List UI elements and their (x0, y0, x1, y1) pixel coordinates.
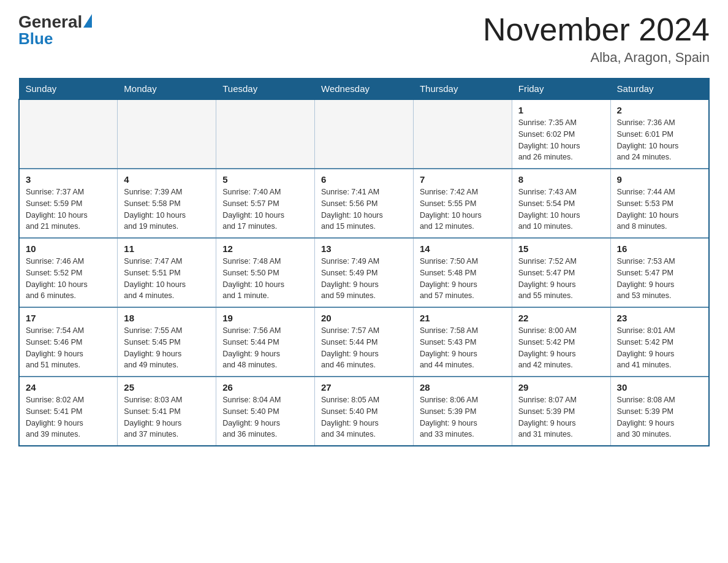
day-number: 17 (26, 313, 111, 323)
calendar-header-row: Sunday Monday Tuesday Wednesday Thursday… (19, 79, 709, 100)
day-number: 7 (420, 174, 506, 185)
col-friday: Friday (512, 79, 610, 100)
logo: General Blue (18, 12, 92, 48)
col-saturday: Saturday (610, 79, 709, 100)
day-info: Sunrise: 8:01 AMSunset: 5:42 PMDaylight:… (617, 325, 702, 371)
logo-blue-text: Blue (18, 29, 53, 48)
col-tuesday: Tuesday (216, 79, 315, 100)
calendar-cell (216, 99, 315, 169)
day-info: Sunrise: 7:55 AMSunset: 5:45 PMDaylight:… (124, 325, 210, 371)
day-number: 8 (518, 174, 604, 185)
day-info: Sunrise: 8:03 AMSunset: 5:41 PMDaylight:… (124, 394, 210, 440)
calendar-cell: 20Sunrise: 7:57 AMSunset: 5:44 PMDayligh… (315, 307, 414, 377)
calendar-cell: 12Sunrise: 7:48 AMSunset: 5:50 PMDayligh… (216, 238, 315, 307)
day-info: Sunrise: 8:08 AMSunset: 5:39 PMDaylight:… (617, 394, 702, 440)
calendar-cell: 30Sunrise: 8:08 AMSunset: 5:39 PMDayligh… (610, 377, 709, 446)
calendar-cell: 14Sunrise: 7:50 AMSunset: 5:48 PMDayligh… (413, 238, 512, 307)
day-number: 13 (321, 243, 407, 254)
day-number: 19 (222, 313, 308, 323)
col-thursday: Thursday (413, 79, 512, 100)
calendar-cell: 13Sunrise: 7:49 AMSunset: 5:49 PMDayligh… (315, 238, 414, 307)
day-info: Sunrise: 8:00 AMSunset: 5:42 PMDaylight:… (518, 325, 604, 371)
calendar-cell: 1Sunrise: 7:35 AMSunset: 6:02 PMDaylight… (512, 99, 610, 169)
day-number: 14 (420, 243, 506, 254)
day-info: Sunrise: 7:57 AMSunset: 5:44 PMDaylight:… (321, 325, 407, 371)
calendar-cell: 11Sunrise: 7:47 AMSunset: 5:51 PMDayligh… (118, 238, 216, 307)
calendar-cell: 5Sunrise: 7:40 AMSunset: 5:57 PMDaylight… (216, 169, 315, 238)
calendar-cell: 28Sunrise: 8:06 AMSunset: 5:39 PMDayligh… (413, 377, 512, 446)
calendar-cell: 10Sunrise: 7:46 AMSunset: 5:52 PMDayligh… (19, 238, 118, 307)
day-number: 27 (321, 382, 407, 393)
calendar-cell: 26Sunrise: 8:04 AMSunset: 5:40 PMDayligh… (216, 377, 315, 446)
day-number: 11 (124, 243, 210, 254)
day-info: Sunrise: 8:06 AMSunset: 5:39 PMDaylight:… (420, 394, 506, 440)
day-number: 18 (124, 313, 210, 323)
day-info: Sunrise: 7:36 AMSunset: 6:01 PMDaylight:… (617, 117, 702, 163)
calendar-cell (118, 99, 216, 169)
day-info: Sunrise: 7:53 AMSunset: 5:47 PMDaylight:… (617, 256, 702, 302)
day-info: Sunrise: 7:37 AMSunset: 5:59 PMDaylight:… (26, 186, 111, 232)
day-info: Sunrise: 7:54 AMSunset: 5:46 PMDaylight:… (26, 325, 111, 371)
calendar-cell: 23Sunrise: 8:01 AMSunset: 5:42 PMDayligh… (610, 307, 709, 377)
day-info: Sunrise: 7:47 AMSunset: 5:51 PMDaylight:… (124, 256, 210, 302)
calendar-cell: 3Sunrise: 7:37 AMSunset: 5:59 PMDaylight… (19, 169, 118, 238)
day-info: Sunrise: 7:58 AMSunset: 5:43 PMDaylight:… (420, 325, 506, 371)
day-info: Sunrise: 8:05 AMSunset: 5:40 PMDaylight:… (321, 394, 407, 440)
week-row-5: 24Sunrise: 8:02 AMSunset: 5:41 PMDayligh… (19, 377, 709, 446)
day-info: Sunrise: 8:07 AMSunset: 5:39 PMDaylight:… (518, 394, 604, 440)
day-info: Sunrise: 7:39 AMSunset: 5:58 PMDaylight:… (124, 186, 210, 232)
calendar-cell: 19Sunrise: 7:56 AMSunset: 5:44 PMDayligh… (216, 307, 315, 377)
day-number: 23 (617, 313, 702, 323)
calendar-cell: 16Sunrise: 7:53 AMSunset: 5:47 PMDayligh… (610, 238, 709, 307)
day-number: 30 (617, 382, 702, 393)
day-info: Sunrise: 7:41 AMSunset: 5:56 PMDaylight:… (321, 186, 407, 232)
col-wednesday: Wednesday (315, 79, 414, 100)
calendar-cell: 21Sunrise: 7:58 AMSunset: 5:43 PMDayligh… (413, 307, 512, 377)
calendar-cell (413, 99, 512, 169)
calendar-cell: 2Sunrise: 7:36 AMSunset: 6:01 PMDaylight… (610, 99, 709, 169)
week-row-3: 10Sunrise: 7:46 AMSunset: 5:52 PMDayligh… (19, 238, 709, 307)
calendar-cell: 25Sunrise: 8:03 AMSunset: 5:41 PMDayligh… (118, 377, 216, 446)
day-number: 29 (518, 382, 604, 393)
day-number: 22 (518, 313, 604, 323)
day-number: 6 (321, 174, 407, 185)
calendar-cell: 7Sunrise: 7:42 AMSunset: 5:55 PMDaylight… (413, 169, 512, 238)
day-info: Sunrise: 7:56 AMSunset: 5:44 PMDaylight:… (222, 325, 308, 371)
col-monday: Monday (118, 79, 216, 100)
day-number: 24 (26, 382, 111, 393)
day-number: 25 (124, 382, 210, 393)
title-block: November 2024 Alba, Aragon, Spain (483, 12, 710, 66)
day-info: Sunrise: 7:43 AMSunset: 5:54 PMDaylight:… (518, 186, 604, 232)
day-number: 2 (617, 105, 702, 115)
day-number: 3 (26, 174, 111, 185)
calendar-subtitle: Alba, Aragon, Spain (483, 50, 710, 66)
day-number: 15 (518, 243, 604, 254)
calendar-cell (315, 99, 414, 169)
day-info: Sunrise: 7:46 AMSunset: 5:52 PMDaylight:… (26, 256, 111, 302)
calendar-cell: 18Sunrise: 7:55 AMSunset: 5:45 PMDayligh… (118, 307, 216, 377)
day-number: 16 (617, 243, 702, 254)
week-row-1: 1Sunrise: 7:35 AMSunset: 6:02 PMDaylight… (19, 99, 709, 169)
week-row-2: 3Sunrise: 7:37 AMSunset: 5:59 PMDaylight… (19, 169, 709, 238)
day-number: 10 (26, 243, 111, 254)
day-number: 26 (222, 382, 308, 393)
day-info: Sunrise: 7:52 AMSunset: 5:47 PMDaylight:… (518, 256, 604, 302)
page-header: General Blue November 2024 Alba, Aragon,… (18, 12, 710, 66)
day-number: 21 (420, 313, 506, 323)
calendar-cell: 24Sunrise: 8:02 AMSunset: 5:41 PMDayligh… (19, 377, 118, 446)
day-info: Sunrise: 7:40 AMSunset: 5:57 PMDaylight:… (222, 186, 308, 232)
week-row-4: 17Sunrise: 7:54 AMSunset: 5:46 PMDayligh… (19, 307, 709, 377)
day-number: 5 (222, 174, 308, 185)
day-info: Sunrise: 7:49 AMSunset: 5:49 PMDaylight:… (321, 256, 407, 302)
day-info: Sunrise: 7:35 AMSunset: 6:02 PMDaylight:… (518, 117, 604, 163)
day-info: Sunrise: 8:02 AMSunset: 5:41 PMDaylight:… (26, 394, 111, 440)
day-number: 20 (321, 313, 407, 323)
day-info: Sunrise: 7:50 AMSunset: 5:48 PMDaylight:… (420, 256, 506, 302)
calendar-title: November 2024 (483, 12, 710, 47)
col-sunday: Sunday (19, 79, 118, 100)
day-number: 1 (518, 105, 604, 115)
day-info: Sunrise: 8:04 AMSunset: 5:40 PMDaylight:… (222, 394, 308, 440)
logo-triangle-icon (83, 14, 92, 28)
calendar-cell: 27Sunrise: 8:05 AMSunset: 5:40 PMDayligh… (315, 377, 414, 446)
calendar-cell: 15Sunrise: 7:52 AMSunset: 5:47 PMDayligh… (512, 238, 610, 307)
